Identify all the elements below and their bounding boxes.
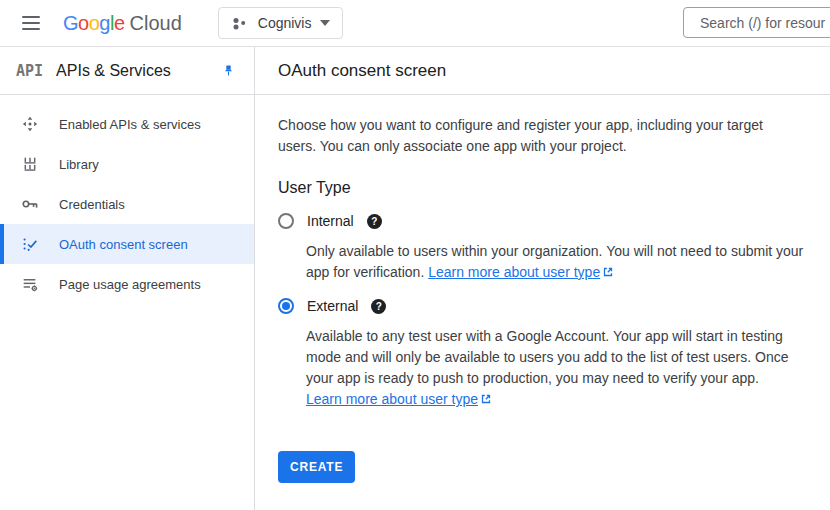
search-input[interactable]	[683, 7, 830, 38]
help-icon[interactable]: ?	[367, 214, 382, 229]
chevron-down-icon	[320, 20, 330, 26]
external-option-row: External ?	[278, 298, 830, 314]
key-icon	[20, 194, 40, 214]
logo-cloud-text: Cloud	[130, 12, 182, 35]
sidebar-item-label: Page usage agreements	[59, 277, 201, 292]
sidebar-item-page-usage-agreements[interactable]: Page usage agreements	[0, 264, 254, 304]
agreements-icon	[20, 274, 40, 294]
project-name: Cognivis	[258, 15, 312, 31]
learn-more-link-text: Learn more about user type	[306, 391, 478, 407]
sidebar-nav: Enabled APIs & services Library Credenti…	[0, 95, 254, 304]
external-radio-label[interactable]: External	[307, 298, 358, 314]
logo-letter: e	[114, 12, 125, 35]
topbar: Google Cloud Cognivis	[0, 0, 830, 47]
main-panel: OAuth consent screen Choose how you want…	[255, 47, 830, 510]
project-icon	[231, 14, 249, 32]
internal-option-row: Internal ?	[278, 213, 830, 229]
enabled-apis-icon	[20, 114, 40, 134]
sidebar: API APIs & Services Enabled APIs & servi…	[0, 47, 255, 510]
pin-icon[interactable]	[221, 63, 236, 79]
sidebar-item-label: Library	[59, 157, 99, 172]
google-cloud-logo[interactable]: Google Cloud	[63, 12, 182, 35]
user-type-heading: User Type	[278, 179, 830, 197]
sidebar-item-library[interactable]: Library	[0, 144, 254, 184]
project-selector[interactable]: Cognivis	[218, 7, 344, 39]
search-bar	[683, 7, 830, 38]
learn-more-link-text: Learn more about user type	[428, 264, 600, 280]
learn-more-link-external[interactable]: Learn more about user type	[306, 391, 492, 407]
external-link-icon	[480, 393, 492, 405]
page-title: OAuth consent screen	[278, 61, 446, 81]
sidebar-item-enabled-apis[interactable]: Enabled APIs & services	[0, 104, 254, 144]
sidebar-item-label: Credentials	[59, 197, 125, 212]
sidebar-title: APIs & Services	[56, 62, 171, 80]
sidebar-item-credentials[interactable]: Credentials	[0, 184, 254, 224]
page-header: OAuth consent screen	[255, 47, 830, 95]
consent-screen-icon	[20, 234, 40, 254]
logo-letter: G	[63, 12, 78, 35]
learn-more-link-internal[interactable]: Learn more about user type	[428, 264, 614, 280]
internal-radio-label[interactable]: Internal	[307, 213, 354, 229]
api-logo-icon: API	[16, 62, 43, 80]
external-link-icon	[602, 266, 614, 278]
internal-description: Only available to users within your orga…	[306, 241, 806, 283]
logo-letter: g	[99, 12, 110, 35]
sidebar-item-label: Enabled APIs & services	[59, 117, 201, 132]
external-radio[interactable]	[278, 298, 294, 314]
menu-icon[interactable]	[22, 16, 40, 30]
intro-text: Choose how you want to configure and reg…	[278, 115, 790, 157]
internal-radio[interactable]	[278, 213, 294, 229]
help-icon[interactable]: ?	[371, 299, 386, 314]
sidebar-header: API APIs & Services	[0, 47, 254, 95]
sidebar-item-oauth-consent-screen[interactable]: OAuth consent screen	[0, 224, 254, 264]
google-cloud-console: Google Cloud Cognivis API APIs & Service…	[0, 0, 830, 510]
library-icon	[20, 154, 40, 174]
logo-letter: o	[78, 12, 89, 35]
external-description: Available to any test user with a Google…	[306, 326, 806, 410]
sidebar-item-label: OAuth consent screen	[59, 237, 188, 252]
logo-letter: o	[89, 12, 100, 35]
external-description-text: Available to any test user with a Google…	[306, 328, 789, 386]
create-button[interactable]: CREATE	[278, 451, 355, 483]
